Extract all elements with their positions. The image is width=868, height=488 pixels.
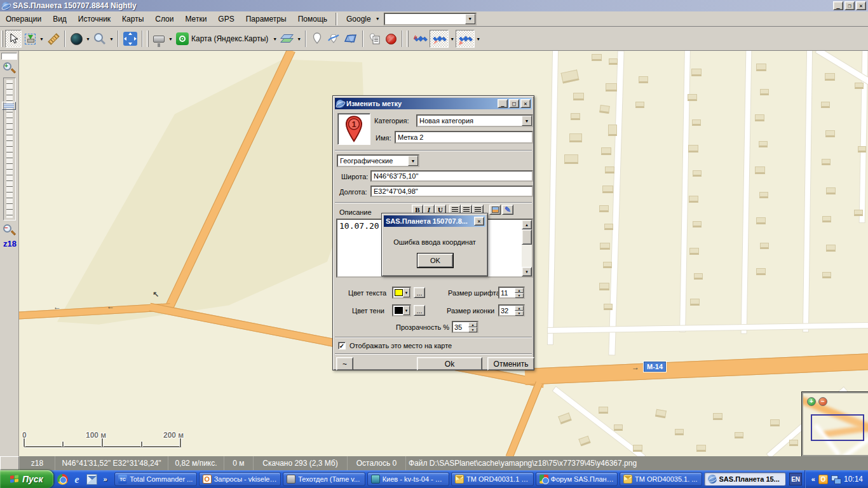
taskbar-button[interactable]: TM ORD40035.1. ... bbox=[620, 472, 702, 486]
layers-button[interactable] bbox=[279, 30, 295, 48]
internet-explorer-icon[interactable]: e bbox=[72, 474, 83, 485]
error-close-button[interactable]: ✕ bbox=[474, 217, 484, 226]
scroll-down-button[interactable]: ▼ bbox=[522, 267, 532, 276]
zoom-tool-button[interactable] bbox=[92, 30, 108, 48]
cache-mode-button[interactable] bbox=[151, 30, 167, 48]
restore-button[interactable]: ❐ bbox=[844, 1, 855, 10]
search-dropdown-button[interactable]: ▼ bbox=[465, 14, 475, 24]
shadow-color-dropdown[interactable]: ▼ bbox=[392, 304, 411, 316]
opacity-spinner[interactable]: 35 ▲▼ bbox=[452, 321, 478, 333]
search-provider-button[interactable]: Google bbox=[344, 15, 374, 24]
font-size-up[interactable]: ▲ bbox=[515, 288, 524, 293]
add-polygon-button[interactable] bbox=[342, 30, 360, 48]
gps-track-button[interactable] bbox=[430, 30, 449, 48]
menu-Метки[interactable]: Метки bbox=[179, 12, 212, 26]
gps-marker-button[interactable] bbox=[456, 30, 475, 48]
description-scrollbar[interactable]: ▲ ▼ bbox=[522, 220, 532, 276]
map-select-button[interactable]: Карта (Яндекс.Карты) ▼ bbox=[174, 30, 279, 48]
zoom-out-button[interactable]: − bbox=[3, 224, 17, 238]
menu-Источник[interactable]: Источник bbox=[72, 12, 116, 26]
start-button[interactable]: Пуск bbox=[0, 470, 53, 488]
fullscreen-button[interactable] bbox=[121, 30, 139, 48]
coord-type-combobox[interactable]: Географические ▼ bbox=[337, 154, 419, 167]
toolbar-grip[interactable] bbox=[1, 30, 3, 47]
dialog-maximize-button[interactable]: □ bbox=[509, 99, 519, 108]
opacity-up[interactable]: ▲ bbox=[468, 322, 477, 327]
chrome-icon[interactable] bbox=[57, 474, 68, 485]
menu-Операции[interactable]: Операции bbox=[0, 12, 47, 26]
tilde-button[interactable]: ~ bbox=[336, 357, 353, 370]
name-input[interactable]: Метка 2 bbox=[395, 131, 533, 144]
ruler-button[interactable] bbox=[45, 30, 62, 48]
text-color-more-button[interactable]: ... bbox=[414, 287, 425, 298]
add-placemark-button[interactable] bbox=[309, 30, 325, 48]
category-dropdown-button[interactable]: ▼ bbox=[522, 116, 532, 126]
tray-chevron[interactable]: « bbox=[811, 475, 815, 483]
coord-type-dropdown-button[interactable]: ▼ bbox=[408, 156, 418, 166]
menu-Вид[interactable]: Вид bbox=[47, 12, 72, 26]
opacity-down[interactable]: ▼ bbox=[468, 327, 477, 332]
minimap-zoom-in-button[interactable]: + bbox=[807, 397, 816, 406]
tray-outlook-icon[interactable]: O bbox=[818, 475, 828, 484]
chevron-down-icon[interactable]: ▼ bbox=[376, 17, 380, 21]
language-indicator[interactable]: EN bbox=[789, 473, 801, 485]
dialog-minimize-button[interactable]: _ bbox=[498, 99, 508, 108]
zoom-slider[interactable] bbox=[3, 78, 16, 220]
icon-size-down[interactable]: ▼ bbox=[515, 311, 524, 316]
source-mode-button[interactable] bbox=[68, 30, 85, 48]
icon-size-spinner[interactable]: 32 ▲▼ bbox=[498, 304, 525, 316]
taskbar-button[interactable]: Техотдел (Tame v... bbox=[283, 472, 365, 486]
gps-connect-button[interactable] bbox=[410, 30, 430, 48]
tray-network-icon[interactable] bbox=[831, 475, 841, 484]
shadow-color-more-button[interactable]: ... bbox=[414, 305, 425, 316]
layers-dropdown[interactable]: ▼ bbox=[295, 30, 302, 48]
error-ok-button[interactable]: OK bbox=[417, 254, 453, 268]
show-on-map-checkbox[interactable]: ✓ bbox=[338, 342, 346, 349]
dialog-close-button[interactable]: ✕ bbox=[520, 99, 531, 108]
icon-size-up[interactable]: ▲ bbox=[515, 306, 524, 311]
error-titlebar[interactable]: SAS.Планета 150707.8... ✕ bbox=[384, 215, 485, 227]
placemark-manager-button[interactable] bbox=[366, 30, 383, 48]
taskbar-button[interactable]: TCTotal Commander ... bbox=[114, 472, 196, 486]
cache-dropdown[interactable]: ▼ bbox=[167, 30, 174, 48]
latitude-input[interactable]: N46°63'75,10" bbox=[370, 170, 533, 182]
taskbar-button[interactable]: OЗапросы - vkiselev... bbox=[199, 472, 281, 486]
zoom-slider-thumb[interactable] bbox=[2, 102, 16, 110]
dialog-titlebar[interactable]: Изменить метку _ □ ✕ bbox=[335, 98, 532, 109]
menu-Карты[interactable]: Карты bbox=[116, 12, 149, 26]
scroll-thumb[interactable] bbox=[522, 229, 532, 245]
mail-client-icon[interactable] bbox=[86, 474, 97, 485]
scroll-up-button[interactable]: ▲ bbox=[522, 220, 532, 229]
text-color-dropdown[interactable]: ▼ bbox=[392, 287, 411, 299]
selection-dropdown[interactable]: ▼ bbox=[38, 30, 45, 48]
font-size-spinner[interactable]: 11 ▲▼ bbox=[498, 287, 525, 299]
zoom-in-button[interactable]: + bbox=[3, 62, 17, 76]
sidebar-scroll[interactable] bbox=[1, 53, 17, 60]
taskbar-button[interactable]: TM ORD40031.1 B... bbox=[451, 472, 533, 486]
search-input[interactable]: ▼ bbox=[384, 13, 477, 25]
font-size-down[interactable]: ▼ bbox=[515, 293, 524, 298]
menu-Параметры[interactable]: Параметры bbox=[240, 12, 292, 26]
zoom-dropdown[interactable]: ▼ bbox=[108, 30, 115, 48]
toolbar-grip[interactable] bbox=[407, 30, 409, 47]
source-dropdown[interactable]: ▼ bbox=[85, 30, 92, 48]
add-path-button[interactable] bbox=[325, 30, 342, 48]
taskbar-button[interactable]: Киев - kv-ts-04 - П... bbox=[367, 472, 449, 486]
taskbar-button[interactable]: Форум SAS.Плане... bbox=[536, 472, 618, 486]
minimize-button[interactable]: _ bbox=[833, 1, 843, 10]
insert-link-button[interactable]: ✎ bbox=[502, 205, 513, 215]
longitude-input[interactable]: E32°47'04,98" bbox=[370, 186, 533, 197]
menu-GPS[interactable]: GPS bbox=[212, 12, 240, 26]
window-titlebar[interactable]: SAS.Планета 150707.8844 Nightly _ ❐ ✕ bbox=[0, 0, 868, 11]
cancel-button[interactable]: Отменить bbox=[487, 357, 534, 370]
taskbar-button[interactable]: SAS.Планета 15... bbox=[704, 472, 786, 486]
menu-Помощь[interactable]: Помощь bbox=[292, 12, 333, 26]
gps-marker-dropdown[interactable]: ▼ bbox=[475, 30, 482, 48]
menu-Слои[interactable]: Слои bbox=[149, 12, 179, 26]
quick-launch-chevron[interactable]: » bbox=[101, 475, 110, 483]
pan-tool-button[interactable] bbox=[5, 30, 22, 48]
gps-track-dropdown[interactable]: ▼ bbox=[449, 30, 456, 48]
close-button[interactable]: ✕ bbox=[856, 1, 866, 10]
minimap[interactable]: + − bbox=[802, 392, 868, 456]
selection-download-button[interactable] bbox=[22, 30, 38, 48]
